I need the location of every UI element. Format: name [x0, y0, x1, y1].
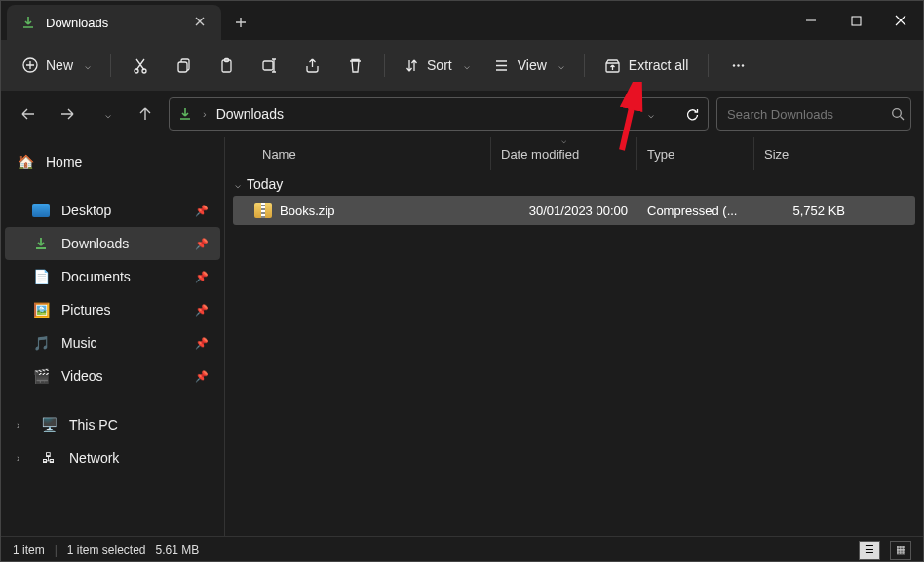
sidebar-item-label: This PC: [69, 417, 118, 432]
pin-icon: 📌: [195, 370, 209, 383]
file-type: Compressed (...: [637, 204, 762, 218]
status-size: 5.61 MB: [156, 543, 200, 557]
copy-button[interactable]: [164, 48, 203, 83]
sidebar-item-label: Music: [61, 335, 97, 351]
chevron-down-icon[interactable]: ⌵: [648, 109, 654, 120]
column-header-size[interactable]: Size: [754, 137, 862, 170]
chevron-down-icon: ⌵: [85, 60, 91, 71]
group-header-today[interactable]: ⌵ Today: [225, 170, 923, 196]
forward-button[interactable]: [52, 98, 83, 130]
separator: [384, 54, 385, 77]
breadcrumb-separator: ›: [203, 108, 207, 120]
toolbar: New ⌵ Sort ⌵ View ⌵ Extract all: [1, 40, 923, 91]
minimize-button[interactable]: [789, 1, 833, 40]
sidebar-item-label: Pictures: [61, 302, 111, 318]
status-bar: 1 item | 1 item selected 5.61 MB ☰ ▦: [1, 536, 923, 562]
sidebar-item-label: Desktop: [61, 203, 111, 218]
sidebar-item-pictures[interactable]: 🖼️ Pictures 📌: [5, 293, 220, 326]
view-label: View: [518, 57, 547, 73]
paste-button[interactable]: [207, 48, 246, 83]
sidebar-item-network[interactable]: › 🖧 Network: [5, 441, 220, 474]
svg-point-3: [142, 69, 146, 73]
window-controls: [789, 1, 923, 40]
sidebar-item-thispc[interactable]: › 🖥️ This PC: [5, 408, 220, 441]
column-header-type[interactable]: Type: [637, 137, 754, 170]
svg-point-2: [135, 69, 138, 73]
download-icon: [32, 235, 50, 252]
thumbnails-view-toggle[interactable]: ▦: [890, 541, 911, 560]
column-header-date[interactable]: ⌵Date modified: [491, 137, 637, 170]
sidebar-item-label: Home: [46, 154, 82, 169]
maximize-button[interactable]: [833, 1, 878, 40]
sort-indicator-icon: ⌵: [561, 135, 566, 145]
file-size: 5,752 KB: [762, 204, 855, 218]
separator: [110, 54, 111, 77]
music-icon: 🎵: [32, 334, 50, 352]
sidebar-item-videos[interactable]: 🎬 Videos 📌: [5, 359, 220, 393]
cut-button[interactable]: [121, 48, 160, 83]
refresh-button[interactable]: [685, 107, 700, 122]
new-label: New: [46, 57, 73, 73]
file-row[interactable]: Books.zip 30/01/2023 00:00 Compressed (.…: [233, 196, 915, 225]
chevron-down-icon: ⌵: [235, 179, 241, 190]
sidebar-item-label: Network: [69, 450, 119, 466]
column-headers: Name ⌵Date modified Type Size: [225, 137, 923, 170]
view-button[interactable]: View ⌵: [483, 48, 574, 83]
extract-all-button[interactable]: Extract all: [595, 48, 698, 83]
separator: [708, 54, 709, 77]
pc-icon: 🖥️: [40, 416, 58, 433]
chevron-right-icon[interactable]: ›: [17, 420, 28, 431]
back-button[interactable]: [13, 98, 44, 130]
sidebar-item-documents[interactable]: 📄 Documents 📌: [5, 260, 220, 293]
new-button[interactable]: New ⌵: [13, 48, 100, 83]
sidebar-item-label: Documents: [61, 269, 131, 284]
pin-icon: 📌: [195, 304, 209, 317]
sort-button[interactable]: Sort ⌵: [395, 48, 480, 83]
sidebar-item-music[interactable]: 🎵 Music 📌: [5, 326, 220, 359]
pictures-icon: 🖼️: [32, 301, 50, 318]
tab-title: Downloads: [46, 16, 184, 30]
sidebar-item-desktop[interactable]: Desktop 📌: [5, 194, 220, 227]
sidebar: 🏠 Home Desktop 📌 Downloads 📌 📄 Documents…: [1, 137, 225, 536]
search-box[interactable]: [716, 97, 911, 131]
address-bar[interactable]: › Downloads ⌵: [169, 97, 709, 131]
status-selected: 1 item selected: [67, 543, 146, 557]
search-icon: [891, 107, 905, 121]
content-area: Name ⌵Date modified Type Size ⌵ Today Bo…: [225, 137, 923, 536]
svg-point-9: [737, 64, 739, 66]
breadcrumb[interactable]: Downloads: [216, 106, 284, 122]
sidebar-item-label: Videos: [61, 368, 103, 384]
rename-button[interactable]: [250, 48, 289, 83]
desktop-icon: [32, 204, 50, 217]
chevron-right-icon[interactable]: ›: [17, 453, 28, 464]
file-date: 30/01/2023 00:00: [491, 204, 637, 218]
chevron-down-icon: ⌵: [464, 60, 470, 71]
search-input[interactable]: [727, 107, 891, 122]
titlebar: Downloads: [1, 1, 923, 40]
network-icon: 🖧: [40, 449, 58, 467]
sidebar-item-downloads[interactable]: Downloads 📌: [5, 227, 220, 260]
navigation-row: ⌵ › Downloads ⌵: [1, 91, 923, 137]
extract-all-label: Extract all: [629, 57, 688, 73]
sidebar-item-home[interactable]: 🏠 Home: [5, 145, 220, 178]
new-tab-button[interactable]: [221, 5, 260, 40]
svg-point-8: [733, 64, 735, 66]
more-button[interactable]: [718, 48, 757, 83]
svg-rect-4: [178, 62, 187, 72]
status-item-count: 1 item: [13, 543, 45, 557]
share-button[interactable]: [292, 48, 331, 83]
svg-point-11: [893, 109, 902, 118]
group-label: Today: [247, 176, 283, 192]
column-header-name[interactable]: Name: [252, 137, 491, 170]
details-view-toggle[interactable]: ☰: [859, 541, 880, 560]
close-window-button[interactable]: [878, 1, 923, 40]
separator: [584, 54, 585, 77]
close-icon[interactable]: [194, 16, 208, 29]
delete-button[interactable]: [335, 48, 374, 83]
pin-icon: 📌: [195, 238, 209, 250]
videos-icon: 🎬: [32, 367, 50, 385]
tab-downloads[interactable]: Downloads: [7, 5, 221, 40]
up-button[interactable]: [130, 98, 161, 130]
svg-rect-0: [852, 17, 861, 25]
recent-locations-button[interactable]: ⌵: [91, 98, 122, 130]
